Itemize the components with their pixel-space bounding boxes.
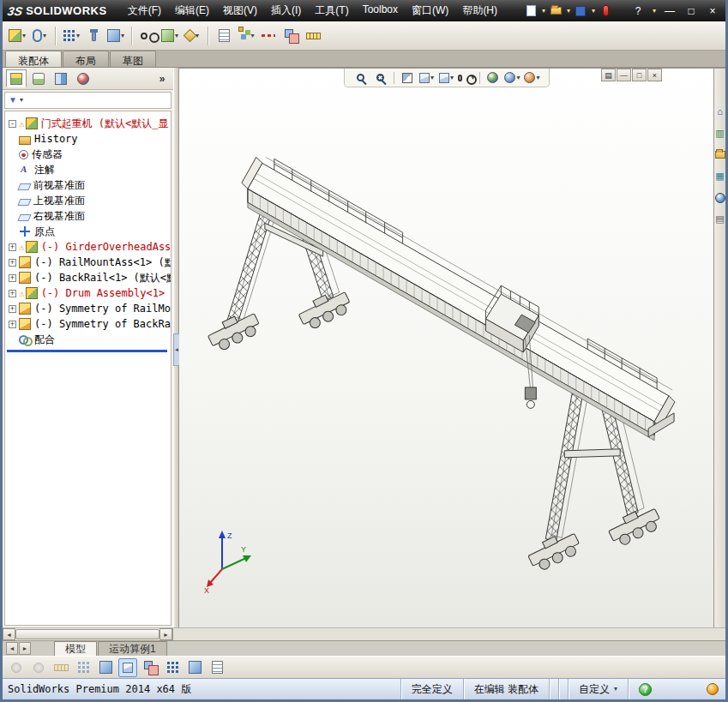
panel-overflow-button[interactable]: »: [154, 73, 170, 85]
scroll-right-button[interactable]: ►: [159, 628, 172, 640]
close-button[interactable]: ×: [705, 5, 720, 17]
tab-scroll-right-button[interactable]: ►: [19, 642, 31, 655]
menu-insert[interactable]: 插入(I): [264, 0, 308, 21]
custom-properties-icon[interactable]: ▤: [714, 213, 725, 225]
bill-of-materials-icon[interactable]: [214, 25, 234, 47]
tree-item-annotations[interactable]: 注解: [5, 162, 171, 177]
tree-item-symmetry-railmount[interactable]: + (-) Symmetry of RailMount: [5, 301, 171, 316]
displaymanager-tab[interactable]: [73, 69, 93, 87]
file-explorer-icon[interactable]: [714, 149, 725, 160]
tree-item-assembly-root[interactable]: - ⚠ 门式起重机 (默认<默认_显: [5, 116, 171, 131]
expand-box[interactable]: +: [9, 305, 16, 313]
pdm-status-icon[interactable]: [598, 3, 613, 19]
doc-close-button[interactable]: ×: [647, 69, 662, 81]
tab-model[interactable]: 模型: [54, 641, 97, 656]
menu-window[interactable]: 窗口(W): [405, 0, 455, 21]
view-palette-icon[interactable]: ▦: [714, 171, 725, 182]
expand-box[interactable]: +: [9, 259, 16, 267]
tree-item-history[interactable]: History: [5, 131, 171, 147]
caret-down-icon[interactable]: ▾: [43, 33, 46, 39]
quick-tips-icon[interactable]: ?: [639, 683, 652, 696]
doc-tile-button[interactable]: ▤: [601, 69, 616, 81]
doc-restore-button[interactable]: □: [632, 69, 647, 81]
appearances-icon[interactable]: [714, 192, 725, 203]
assembly-features-icon[interactable]: ▾: [159, 25, 180, 47]
hide-show-items-icon[interactable]: ▾: [458, 70, 475, 86]
tab-layout[interactable]: 布局: [63, 51, 109, 67]
zoom-to-area-icon[interactable]: [372, 70, 389, 86]
graphics-area[interactable]: ▾ ▾ ▾ ▾ ▾ ▤ — □ × Z Y: [179, 68, 713, 627]
featuremanager-tab[interactable]: [6, 69, 27, 87]
menu-tools[interactable]: 工具(T): [308, 0, 355, 21]
move-component-icon[interactable]: ▾: [105, 25, 126, 47]
solidworks-resources-icon[interactable]: ⌂: [714, 106, 725, 117]
expand-box[interactable]: +: [9, 290, 16, 297]
expand-box[interactable]: +: [9, 274, 16, 282]
caret-down-icon[interactable]: ▾: [251, 33, 255, 39]
expand-box[interactable]: +: [9, 321, 16, 328]
wheel-bogies[interactable]: [205, 286, 663, 573]
tree-item-mates[interactable]: 配合: [5, 332, 171, 347]
caret-down-icon[interactable]: ▾: [20, 97, 23, 104]
menu-file[interactable]: 文件(F): [121, 0, 168, 21]
doc-minimize-button[interactable]: —: [617, 69, 631, 81]
tree-item-sensors[interactable]: 传感器: [5, 147, 171, 162]
tab-motion-study[interactable]: 运动算例1: [98, 641, 167, 656]
caret-down-icon[interactable]: ▾: [175, 33, 178, 39]
exploded-view-icon[interactable]: ▾: [236, 25, 256, 47]
caret-down-icon[interactable]: ▾: [76, 33, 80, 39]
menu-view[interactable]: 视图(V): [216, 0, 264, 21]
open-document-icon[interactable]: [548, 3, 563, 19]
tree-item-right-plane[interactable]: 右视基准面: [5, 208, 171, 224]
menu-toolbox[interactable]: Toolbox: [356, 0, 405, 21]
explode-line-sketch-icon[interactable]: [258, 25, 279, 47]
display-style-icon[interactable]: ▾: [438, 70, 455, 86]
menu-edit[interactable]: 编辑(E): [168, 0, 216, 21]
maximize-button[interactable]: □: [683, 5, 699, 17]
caret-down-icon[interactable]: ▾: [430, 75, 434, 81]
rollback-bar[interactable]: [7, 350, 167, 352]
walkway-railing[interactable]: [274, 159, 657, 389]
tree-item-top-plane[interactable]: 上视基准面: [5, 193, 171, 208]
tree-item-symmetry-backrail[interactable]: + (-) Symmetry of BackRail<: [5, 316, 171, 332]
panel-splitter[interactable]: ◄: [173, 68, 179, 627]
crane-model[interactable]: [179, 69, 713, 627]
tree-item-origin[interactable]: 原点: [5, 224, 171, 239]
caret-down-icon[interactable]: ▾: [450, 75, 454, 81]
filter-bodies-icon[interactable]: [96, 658, 115, 677]
caret-down-icon[interactable]: ▾: [567, 8, 570, 15]
tab-scroll-left-button[interactable]: ◄: [6, 642, 18, 655]
wireframe-icon[interactable]: [141, 658, 159, 677]
save-icon[interactable]: [573, 3, 588, 19]
filter-faces-icon[interactable]: [74, 658, 93, 677]
measure-icon[interactable]: [303, 25, 323, 47]
edit-appearance-icon[interactable]: [484, 70, 502, 86]
interference-detection-icon[interactable]: [280, 25, 301, 47]
caret-down-icon[interactable]: ▾: [614, 686, 617, 693]
scroll-left-button[interactable]: ◄: [3, 628, 15, 640]
girder-component[interactable]: [242, 157, 675, 440]
mate-icon[interactable]: ▾: [29, 25, 50, 47]
help-button[interactable]: ?: [630, 5, 646, 17]
collapse-box[interactable]: -: [9, 120, 16, 128]
smart-fasteners-icon[interactable]: [83, 25, 104, 47]
insert-components-icon[interactable]: ▾: [7, 25, 27, 47]
caret-down-icon[interactable]: ▾: [536, 75, 539, 81]
view-orientation-icon[interactable]: ▾: [418, 70, 436, 86]
reference-geometry-icon[interactable]: ▾: [182, 25, 202, 47]
tree-item-backrail[interactable]: + (-) BackRail<1> (默认<默认: [5, 270, 171, 285]
tree-item-front-plane[interactable]: 前视基准面: [5, 177, 171, 193]
tree-item-girder-assembly[interactable]: + ⚠ (-) GirderOverheadAssem: [5, 239, 171, 255]
caret-down-icon[interactable]: ▾: [542, 8, 545, 15]
component-pattern-icon[interactable]: ▾: [61, 25, 81, 47]
tree-item-railmount[interactable]: + (-) RailMountAss<1> (默认: [5, 255, 171, 270]
apply-scene-icon[interactable]: ▾: [504, 70, 521, 86]
filter-clear-icon[interactable]: [7, 658, 26, 677]
caret-down-icon[interactable]: ▾: [653, 8, 656, 15]
section-view-icon[interactable]: [399, 70, 416, 86]
new-document-icon[interactable]: [523, 3, 538, 19]
configurationmanager-tab[interactable]: [51, 69, 71, 87]
filter-edges-icon[interactable]: [51, 658, 70, 677]
table-view-icon[interactable]: [208, 658, 226, 677]
caret-down-icon[interactable]: ▾: [22, 33, 26, 39]
